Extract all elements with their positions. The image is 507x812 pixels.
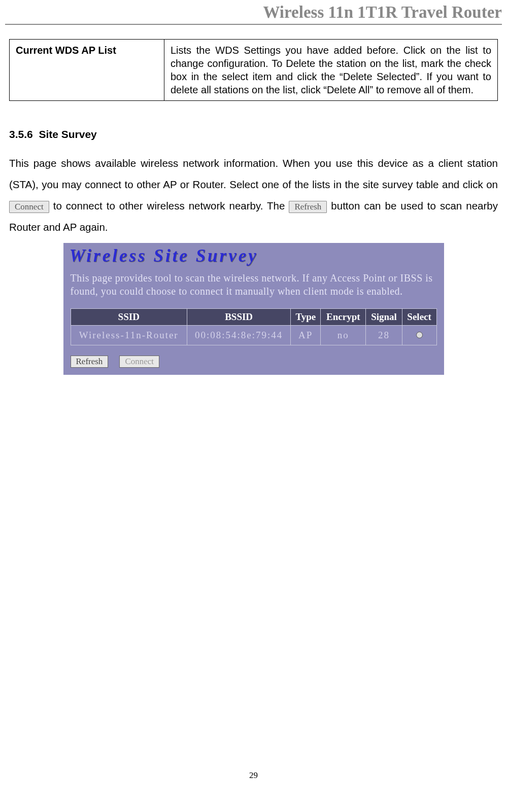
cell-select[interactable] [402, 325, 436, 345]
site-survey-screenshot: Wireless Site Survey This page provides … [63, 243, 444, 375]
refresh-button[interactable]: Refresh [71, 356, 109, 368]
screenshot-description: This page provides tool to scan the wire… [63, 266, 444, 305]
section-heading: 3.5.6 Site Survey [9, 128, 498, 140]
body-text-1a: This page shows available wireless netwo… [9, 157, 498, 190]
col-encrypt: Encrypt [321, 308, 366, 325]
connect-button[interactable]: Connect [119, 356, 159, 368]
col-bssid: BSSID [187, 308, 290, 325]
section-number: 3.5.6 [9, 128, 33, 140]
cell-type: AP [291, 325, 321, 345]
page-number: 29 [0, 770, 507, 781]
body-text-1b: to connect to other wireless network nea… [53, 200, 289, 211]
radio-icon[interactable] [416, 332, 423, 338]
header-divider [5, 24, 502, 25]
wds-label-cell: Current WDS AP List [10, 40, 164, 101]
cell-bssid: 00:08:54:8e:79:44 [187, 325, 290, 345]
screenshot-button-row: Refresh Connect [63, 352, 444, 375]
screenshot-title: Wireless Site Survey [63, 243, 444, 266]
survey-table: SSID BSSID Type Encrypt Signal Select Wi… [71, 308, 437, 345]
wds-desc-cell: Lists the WDS Settings you have added be… [164, 40, 498, 101]
col-type: Type [291, 308, 321, 325]
section-title: Site Survey [39, 128, 96, 140]
cell-signal: 28 [366, 325, 402, 345]
col-ssid: SSID [71, 308, 187, 325]
refresh-button-inline[interactable]: Refresh [289, 201, 327, 213]
table-row: Current WDS AP List Lists the WDS Settin… [10, 40, 498, 101]
col-select: Select [402, 308, 436, 325]
body-paragraph: This page shows available wireless netwo… [9, 153, 498, 238]
cell-encrypt: no [321, 325, 366, 345]
connect-button-inline[interactable]: Connect [9, 201, 49, 213]
survey-header-row: SSID BSSID Type Encrypt Signal Select [71, 308, 436, 325]
survey-data-row: Wireless-11n-Router 00:08:54:8e:79:44 AP… [71, 325, 436, 345]
page-header-title: Wireless 11n 1T1R Travel Router [0, 0, 507, 24]
col-signal: Signal [366, 308, 402, 325]
wds-info-table: Current WDS AP List Lists the WDS Settin… [9, 39, 498, 101]
cell-ssid: Wireless-11n-Router [71, 325, 187, 345]
